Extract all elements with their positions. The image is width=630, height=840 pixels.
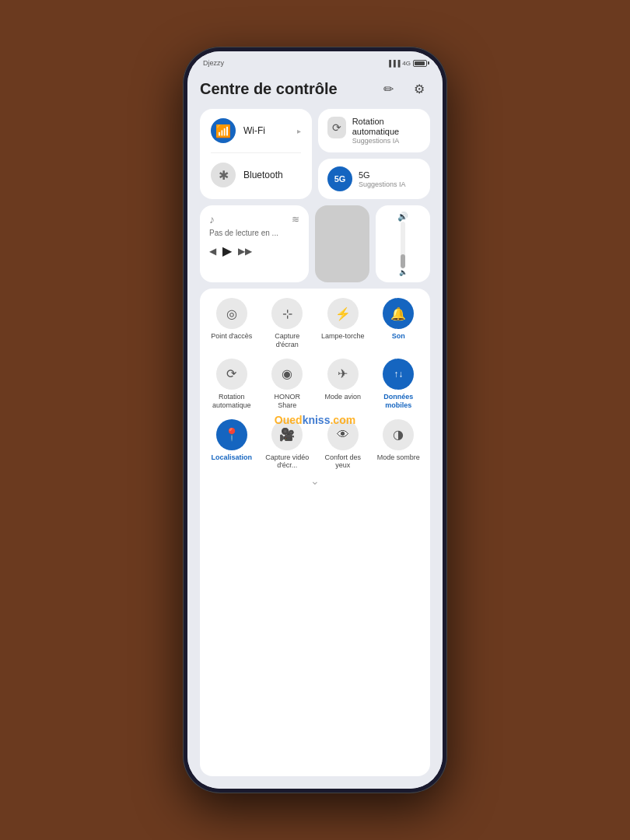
capture-video-label: Capture vidéo d'écr... [264,453,310,471]
toggle-honor-share[interactable]: ◉ HONOR Share [262,359,313,410]
mode-avion-label: Mode avion [324,393,361,401]
phone-device: Djezzy ▐▐▐ 4G Centre de contrôle ✏ ⚙ [183,47,447,793]
rotation-auto-icon: ⟳ [226,366,236,381]
media-controls: ◀ ▶ ▶▶ [209,243,299,258]
rotation-auto-label: Rotation automatique [208,393,255,410]
toggle-mode-sombre[interactable]: ◑ Mode sombre [373,419,425,471]
confort-yeux-icon-circle: 👁 [327,419,359,450]
honor-share-icon: ◉ [282,366,292,381]
header-row: Centre de contrôle ✏ ⚙ [200,78,430,100]
toggle-rotation-auto[interactable]: ⟳ Rotation automatique [206,359,257,410]
quick-toggles: ◎ Point d'accès ⊹ Capture d'écran ⚡ [200,289,430,776]
fiveg-badge: 5G [327,166,352,191]
settings-button[interactable]: ⚙ [408,78,430,100]
phone-screen: Djezzy ▐▐▐ 4G Centre de contrôle ✏ ⚙ [187,51,443,789]
play-button[interactable]: ▶ [222,243,232,258]
volume-icon: 🔊 [397,212,408,222]
confort-yeux-label: Confort des yeux [320,453,366,471]
status-bar: Djezzy ▐▐▐ 4G [187,51,443,70]
point-acces-label: Point d'accès [211,332,252,341]
media-row: ♪ ≋ Pas de lecture en ... ◀ ▶ ▶▶ 🔊 [200,205,430,282]
point-acces-icon: ◎ [226,306,237,321]
brightness-tile[interactable] [315,205,369,282]
localisation-label: Localisation [211,453,252,462]
mode-avion-icon-circle: ✈ [327,359,359,390]
toggle-point-acces[interactable]: ◎ Point d'accès [206,298,257,349]
connectivity-tile: 📶 Wi-Fi ▸ ✱ Bluetooth [200,109,312,199]
honor-share-label: HONOR Share [264,393,310,410]
toggle-capture-ecran[interactable]: ⊹ Capture d'écran [262,298,313,349]
edit-icon: ✏ [383,82,394,96]
control-center: Centre de contrôle ✏ ⚙ 📶 [187,70,443,789]
battery-icon [413,60,427,67]
fiveg-tile[interactable]: 5G 5G Suggestions IA [318,159,430,199]
toggle-son[interactable]: 🔔 Son [373,298,425,349]
media-title: Pas de lecture en ... [209,229,299,237]
prev-button[interactable]: ◀ [209,246,216,257]
point-acces-icon-circle: ◎ [216,298,247,329]
capture-video-icon-circle: 🎥 [271,419,303,450]
wifi-status-icon: 4G [402,60,411,67]
localisation-icon: 📍 [224,427,240,442]
donnees-mobiles-label: Données mobiles [375,393,422,410]
settings-icon: ⚙ [414,82,425,96]
capture-ecran-icon-circle: ⊹ [271,298,303,329]
rotation-icon: ⟳ [327,117,346,138]
bluetooth-label: Bluetooth [243,170,283,180]
edit-button[interactable]: ✏ [377,78,399,100]
honor-share-icon-circle: ◉ [271,359,303,390]
connectivity-divider [211,152,301,153]
chevron-down-icon [310,474,320,487]
wifi-label: Wi-Fi [243,125,265,136]
bluetooth-icon-circle: ✱ [211,163,236,187]
toggle-mode-avion[interactable]: ✈ Mode avion [317,359,369,410]
toggles-grid: ◎ Point d'accès ⊹ Capture d'écran ⚡ [206,298,424,470]
toggle-lampe-torche[interactable]: ⚡ Lampe-torche [317,298,369,349]
media-header: ♪ ≋ [209,213,299,226]
bluetooth-icon: ✱ [219,168,229,183]
fiveg-subtitle: Suggestions IA [359,180,406,188]
scroll-indicator [206,474,424,487]
wifi-arrow: ▸ [297,127,301,135]
fiveg-label: 5G [334,174,346,184]
toggle-localisation[interactable]: 📍 Localisation [206,419,257,471]
right-tiles-column: ⟳ Rotation automatique Suggestions IA 5G… [318,109,430,199]
music-icon: ♪ [209,213,215,226]
toggle-donnees-mobiles[interactable]: ↑↓ Données mobiles [373,359,425,410]
volume-fill [401,254,405,268]
lampe-torche-icon: ⚡ [335,306,351,321]
wifi-row[interactable]: 📶 Wi-Fi ▸ [211,118,301,143]
lampe-torche-label: Lampe-torche [321,332,365,341]
mode-sombre-icon: ◑ [393,427,404,442]
wifi-icon: 📶 [215,124,231,138]
son-label: Son [392,332,405,341]
son-icon-circle: 🔔 [383,298,414,329]
donnees-mobiles-icon: ↑↓ [394,369,403,380]
fiveg-text: 5G Suggestions IA [359,170,406,188]
lampe-torche-icon-circle: ⚡ [327,298,359,329]
rotation-tile[interactable]: ⟳ Rotation automatique Suggestions IA [318,109,430,152]
mode-avion-icon: ✈ [338,366,348,381]
status-icons: ▐▐▐ 4G [387,60,427,67]
signal-icon: ▐▐▐ [387,60,400,67]
toggle-capture-video[interactable]: 🎥 Capture vidéo d'écr... [262,419,313,471]
waveform-icon: ≋ [292,214,299,225]
volume-tile[interactable]: 🔊 🔈 [376,205,430,282]
rotation-title: Rotation automatique [352,117,421,137]
wifi-icon-circle: 📶 [211,118,236,143]
carrier-label: Djezzy [203,59,224,67]
rotation-text: Rotation automatique Suggestions IA [352,117,421,145]
next-button[interactable]: ▶▶ [238,246,252,257]
capture-ecran-icon: ⊹ [282,306,292,321]
son-icon: 🔔 [390,306,406,321]
confort-yeux-icon: 👁 [337,428,349,442]
localisation-icon-circle: 📍 [216,419,247,450]
top-tiles-grid: 📶 Wi-Fi ▸ ✱ Bluetooth [200,109,430,199]
toggle-confort-yeux[interactable]: 👁 Confort des yeux [317,419,369,471]
donnees-mobiles-icon-circle: ↑↓ [383,359,414,390]
capture-ecran-label: Capture d'écran [264,332,310,349]
bluetooth-row[interactable]: ✱ Bluetooth [211,163,301,187]
mode-sombre-icon-circle: ◑ [383,419,414,450]
rotation-auto-icon-circle: ⟳ [216,359,247,390]
volume-bar [401,222,405,268]
